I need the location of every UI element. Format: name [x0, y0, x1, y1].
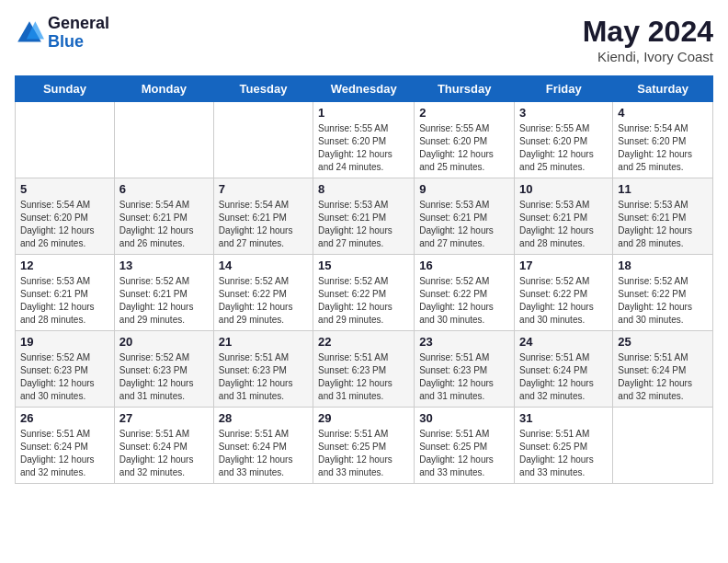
calendar-cell: 13Sunrise: 5:52 AM Sunset: 6:21 PM Dayli… — [114, 255, 213, 331]
day-number: 14 — [219, 259, 308, 272]
calendar-cell: 26Sunrise: 5:51 AM Sunset: 6:24 PM Dayli… — [16, 408, 115, 484]
calendar-cell: 1Sunrise: 5:55 AM Sunset: 6:20 PM Daylig… — [313, 102, 415, 178]
calendar-cell: 8Sunrise: 5:53 AM Sunset: 6:21 PM Daylig… — [313, 178, 415, 255]
calendar-cell: 16Sunrise: 5:52 AM Sunset: 6:22 PM Dayli… — [415, 255, 515, 331]
day-info: Sunrise: 5:53 AM Sunset: 6:21 PM Dayligh… — [318, 199, 409, 250]
day-info: Sunrise: 5:53 AM Sunset: 6:21 PM Dayligh… — [419, 199, 509, 250]
day-number: 5 — [20, 182, 109, 196]
calendar-cell: 9Sunrise: 5:53 AM Sunset: 6:21 PM Daylig… — [415, 178, 515, 255]
logo-general: General — [48, 15, 109, 33]
day-number: 10 — [519, 182, 608, 196]
day-number: 12 — [20, 259, 109, 272]
day-info: Sunrise: 5:51 AM Sunset: 6:23 PM Dayligh… — [318, 351, 409, 403]
day-number: 24 — [519, 335, 608, 349]
day-number: 23 — [419, 335, 509, 349]
calendar-cell: 4Sunrise: 5:54 AM Sunset: 6:20 PM Daylig… — [613, 102, 713, 178]
calendar-cell: 23Sunrise: 5:51 AM Sunset: 6:23 PM Dayli… — [415, 331, 515, 408]
calendar-cell: 29Sunrise: 5:51 AM Sunset: 6:25 PM Dayli… — [313, 408, 415, 484]
day-number: 7 — [219, 182, 308, 196]
day-number: 9 — [419, 182, 509, 196]
day-info: Sunrise: 5:51 AM Sunset: 6:25 PM Dayligh… — [419, 428, 509, 479]
calendar-week-row: 12Sunrise: 5:53 AM Sunset: 6:21 PM Dayli… — [16, 255, 713, 331]
calendar-cell: 14Sunrise: 5:52 AM Sunset: 6:22 PM Dayli… — [213, 255, 313, 331]
calendar-cell: 11Sunrise: 5:53 AM Sunset: 6:21 PM Dayli… — [613, 178, 713, 255]
weekday-header: Saturday — [613, 76, 713, 102]
calendar-cell: 28Sunrise: 5:51 AM Sunset: 6:24 PM Dayli… — [213, 408, 313, 484]
day-number: 2 — [419, 106, 509, 120]
day-number: 3 — [519, 106, 608, 120]
title-block: May 2024 Kiendi, Ivory Coast — [583, 15, 713, 64]
day-number: 22 — [318, 335, 409, 349]
month-title: May 2024 — [583, 15, 713, 49]
day-info: Sunrise: 5:51 AM Sunset: 6:24 PM Dayligh… — [119, 428, 209, 479]
calendar-table: SundayMondayTuesdayWednesdayThursdayFrid… — [15, 75, 713, 484]
calendar-cell: 2Sunrise: 5:55 AM Sunset: 6:20 PM Daylig… — [415, 102, 515, 178]
logo-text: General Blue — [48, 15, 109, 52]
day-info: Sunrise: 5:54 AM Sunset: 6:20 PM Dayligh… — [618, 122, 708, 174]
calendar-cell: 17Sunrise: 5:52 AM Sunset: 6:22 PM Dayli… — [515, 255, 613, 331]
logo: General Blue — [15, 15, 109, 52]
day-number: 8 — [318, 182, 409, 196]
day-info: Sunrise: 5:52 AM Sunset: 6:21 PM Dayligh… — [119, 275, 209, 327]
day-info: Sunrise: 5:54 AM Sunset: 6:20 PM Dayligh… — [20, 199, 109, 250]
day-info: Sunrise: 5:51 AM Sunset: 6:25 PM Dayligh… — [318, 428, 409, 479]
weekday-header: Monday — [114, 76, 213, 102]
day-info: Sunrise: 5:55 AM Sunset: 6:20 PM Dayligh… — [318, 122, 409, 174]
day-number: 31 — [519, 411, 608, 425]
day-info: Sunrise: 5:54 AM Sunset: 6:21 PM Dayligh… — [219, 199, 308, 250]
calendar-week-row: 1Sunrise: 5:55 AM Sunset: 6:20 PM Daylig… — [16, 102, 713, 178]
calendar-week-row: 5Sunrise: 5:54 AM Sunset: 6:20 PM Daylig… — [16, 178, 713, 255]
page-header: General Blue May 2024 Kiendi, Ivory Coas… — [15, 15, 713, 64]
day-number: 21 — [219, 335, 308, 349]
calendar-cell: 21Sunrise: 5:51 AM Sunset: 6:23 PM Dayli… — [213, 331, 313, 408]
calendar-cell: 31Sunrise: 5:51 AM Sunset: 6:25 PM Dayli… — [515, 408, 613, 484]
logo-blue: Blue — [48, 33, 109, 52]
day-info: Sunrise: 5:51 AM Sunset: 6:23 PM Dayligh… — [219, 351, 308, 403]
day-number: 25 — [618, 335, 708, 349]
day-number: 17 — [519, 259, 608, 272]
day-number: 30 — [419, 411, 509, 425]
calendar-cell: 5Sunrise: 5:54 AM Sunset: 6:20 PM Daylig… — [16, 178, 115, 255]
calendar-cell — [16, 102, 115, 178]
calendar-cell: 10Sunrise: 5:53 AM Sunset: 6:21 PM Dayli… — [515, 178, 613, 255]
calendar-cell: 19Sunrise: 5:52 AM Sunset: 6:23 PM Dayli… — [16, 331, 115, 408]
weekday-header: Wednesday — [313, 76, 415, 102]
day-info: Sunrise: 5:51 AM Sunset: 6:23 PM Dayligh… — [419, 351, 509, 403]
day-info: Sunrise: 5:52 AM Sunset: 6:22 PM Dayligh… — [618, 275, 708, 327]
day-number: 19 — [20, 335, 109, 349]
day-info: Sunrise: 5:51 AM Sunset: 6:24 PM Dayligh… — [20, 428, 109, 479]
day-info: Sunrise: 5:53 AM Sunset: 6:21 PM Dayligh… — [618, 199, 708, 250]
day-info: Sunrise: 5:51 AM Sunset: 6:24 PM Dayligh… — [618, 351, 708, 403]
calendar-week-row: 19Sunrise: 5:52 AM Sunset: 6:23 PM Dayli… — [16, 331, 713, 408]
day-number: 26 — [20, 411, 109, 425]
day-info: Sunrise: 5:53 AM Sunset: 6:21 PM Dayligh… — [20, 275, 109, 327]
calendar-cell — [213, 102, 313, 178]
calendar-cell: 27Sunrise: 5:51 AM Sunset: 6:24 PM Dayli… — [114, 408, 213, 484]
calendar-cell: 15Sunrise: 5:52 AM Sunset: 6:22 PM Dayli… — [313, 255, 415, 331]
day-number: 13 — [119, 259, 209, 272]
calendar-cell: 20Sunrise: 5:52 AM Sunset: 6:23 PM Dayli… — [114, 331, 213, 408]
day-number: 15 — [318, 259, 409, 272]
day-number: 11 — [618, 182, 708, 196]
weekday-header: Tuesday — [213, 76, 313, 102]
day-info: Sunrise: 5:51 AM Sunset: 6:24 PM Dayligh… — [519, 351, 608, 403]
day-number: 20 — [119, 335, 209, 349]
day-info: Sunrise: 5:52 AM Sunset: 6:22 PM Dayligh… — [419, 275, 509, 327]
day-info: Sunrise: 5:52 AM Sunset: 6:22 PM Dayligh… — [219, 275, 308, 327]
weekday-header: Friday — [515, 76, 613, 102]
day-info: Sunrise: 5:55 AM Sunset: 6:20 PM Dayligh… — [419, 122, 509, 174]
calendar-cell: 25Sunrise: 5:51 AM Sunset: 6:24 PM Dayli… — [613, 331, 713, 408]
day-info: Sunrise: 5:52 AM Sunset: 6:23 PM Dayligh… — [119, 351, 209, 403]
calendar-cell: 24Sunrise: 5:51 AM Sunset: 6:24 PM Dayli… — [515, 331, 613, 408]
day-number: 27 — [119, 411, 209, 425]
day-number: 29 — [318, 411, 409, 425]
day-number: 18 — [618, 259, 708, 272]
weekday-header: Sunday — [16, 76, 115, 102]
location-title: Kiendi, Ivory Coast — [583, 49, 713, 64]
calendar-cell — [114, 102, 213, 178]
calendar-cell: 7Sunrise: 5:54 AM Sunset: 6:21 PM Daylig… — [213, 178, 313, 255]
day-info: Sunrise: 5:51 AM Sunset: 6:25 PM Dayligh… — [519, 428, 608, 479]
calendar-cell — [613, 408, 713, 484]
calendar-cell: 3Sunrise: 5:55 AM Sunset: 6:20 PM Daylig… — [515, 102, 613, 178]
calendar-cell: 18Sunrise: 5:52 AM Sunset: 6:22 PM Dayli… — [613, 255, 713, 331]
